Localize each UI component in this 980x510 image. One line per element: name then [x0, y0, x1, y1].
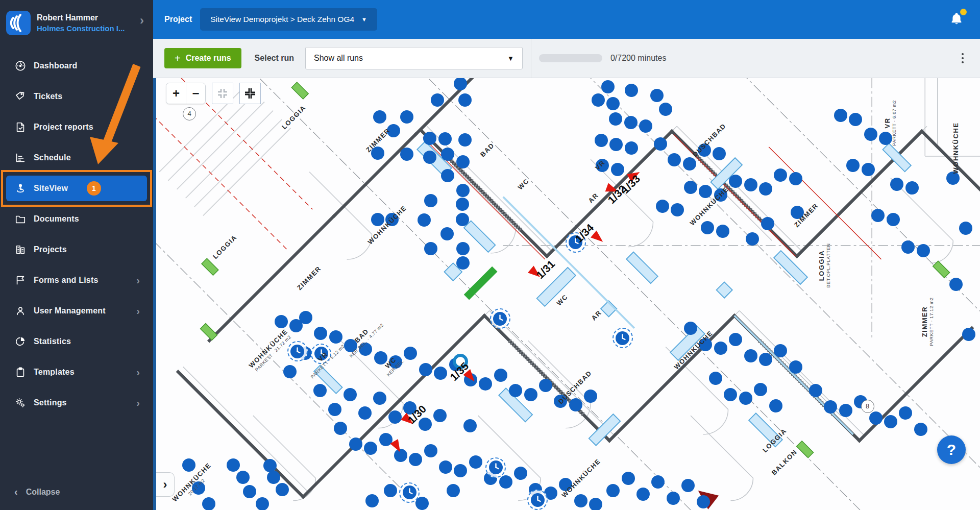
- runs-filter-select[interactable]: Show all runs ▼: [305, 47, 523, 69]
- capture-point-marker[interactable]: [494, 369, 507, 382]
- capture-point-marker[interactable]: [654, 137, 667, 151]
- capture-point-marker[interactable]: [275, 315, 288, 328]
- capture-point-marker[interactable]: [456, 256, 470, 270]
- capture-point-marker[interactable]: [884, 415, 897, 428]
- sidebar-item-user-management[interactable]: User Management›: [6, 298, 147, 324]
- collapse-button[interactable]: ‹ Collapse: [6, 481, 68, 503]
- capture-point-marker[interactable]: [684, 322, 697, 335]
- sidebar-item-siteview[interactable]: SiteView1: [6, 176, 147, 201]
- capture-point-marker[interactable]: [373, 110, 386, 124]
- capture-point-marker[interactable]: [754, 383, 767, 396]
- pending-capture-clock-marker[interactable]: [612, 328, 633, 348]
- capture-point-marker[interactable]: [434, 367, 447, 380]
- capture-point-marker[interactable]: [636, 488, 650, 501]
- capture-point-marker[interactable]: [959, 222, 972, 235]
- capture-point-marker[interactable]: [499, 475, 512, 489]
- capture-point-marker[interactable]: [592, 93, 605, 107]
- capture-point-marker[interactable]: [456, 155, 470, 168]
- sidebar-item-projects[interactable]: Projects: [6, 237, 147, 262]
- capture-point-marker[interactable]: [256, 497, 269, 510]
- capture-point-marker[interactable]: [681, 479, 695, 492]
- capture-point-marker[interactable]: [824, 400, 837, 414]
- sidebar-item-documents[interactable]: Documents: [6, 206, 147, 232]
- capture-point-marker[interactable]: [182, 458, 195, 472]
- capture-point-marker[interactable]: [739, 392, 752, 405]
- project-selector[interactable]: SiteView Demoprojekt > Deck Zehn OG4 ▼: [200, 8, 377, 31]
- capture-point-marker[interactable]: [267, 471, 280, 484]
- capture-point-marker[interactable]: [365, 494, 379, 507]
- pending-capture-clock-marker[interactable]: [527, 490, 548, 510]
- capture-point-marker[interactable]: [609, 138, 623, 151]
- capture-point-marker[interactable]: [962, 328, 975, 341]
- capture-point-marker[interactable]: [714, 342, 727, 355]
- capture-point-marker[interactable]: [433, 409, 447, 422]
- create-runs-button[interactable]: + Create runs: [164, 48, 241, 68]
- capture-point-marker[interactable]: [914, 423, 927, 436]
- capture-point-marker[interactable]: [716, 225, 729, 238]
- capture-point-marker[interactable]: [524, 388, 537, 401]
- capture-point-marker[interactable]: [334, 422, 347, 435]
- capture-point-marker[interactable]: [458, 93, 472, 107]
- capture-point-marker[interactable]: [656, 200, 669, 213]
- capture-point-marker[interactable]: [424, 194, 437, 207]
- capture-point-marker[interactable]: [729, 175, 742, 188]
- capture-point-marker[interactable]: [899, 406, 912, 420]
- expand-panel-button[interactable]: ›: [156, 472, 175, 497]
- capture-point-marker[interactable]: [659, 103, 672, 116]
- fit-to-screen-button[interactable]: [239, 83, 261, 104]
- capture-point-marker[interactable]: [846, 159, 860, 172]
- capture-point-marker[interactable]: [349, 438, 362, 451]
- capture-point-marker[interactable]: [584, 390, 597, 403]
- capture-point-marker[interactable]: [388, 410, 402, 424]
- capture-point-marker[interactable]: [539, 379, 552, 392]
- capture-point-marker[interactable]: [423, 132, 436, 145]
- capture-point-marker[interactable]: [458, 133, 472, 147]
- capture-point-marker[interactable]: [595, 134, 608, 147]
- capture-point-marker[interactable]: [589, 498, 602, 510]
- capture-point-marker[interactable]: [439, 460, 452, 474]
- capture-point-marker[interactable]: [601, 80, 615, 93]
- capture-point-marker[interactable]: [729, 333, 742, 346]
- capture-point-marker[interactable]: [456, 184, 470, 197]
- capture-point-marker[interactable]: [683, 157, 696, 171]
- capture-point-marker[interactable]: [384, 484, 397, 497]
- capture-point-marker[interactable]: [509, 384, 522, 397]
- capture-point-marker[interactable]: [789, 172, 802, 185]
- capture-point-marker[interactable]: [424, 242, 437, 255]
- capture-point-marker[interactable]: [625, 84, 638, 97]
- capture-point-marker[interactable]: [684, 181, 697, 194]
- capture-point-marker[interactable]: [774, 168, 787, 182]
- capture-point-marker[interactable]: [759, 353, 772, 366]
- capture-point-marker[interactable]: [344, 388, 357, 401]
- zoom-in-button[interactable]: +: [166, 83, 186, 104]
- capture-point-marker[interactable]: [418, 213, 431, 227]
- toolbar-menu-button[interactable]: [959, 50, 967, 66]
- capture-point-marker[interactable]: [744, 349, 757, 362]
- capture-point-marker[interactable]: [668, 153, 681, 166]
- capture-point-marker[interactable]: [243, 485, 256, 498]
- capture-point-marker[interactable]: [364, 442, 377, 455]
- capture-point-marker[interactable]: [276, 483, 289, 496]
- capture-point-marker[interactable]: [400, 148, 413, 161]
- notifications-button[interactable]: [949, 11, 965, 28]
- capture-point-marker[interactable]: [431, 93, 444, 107]
- capture-point-marker[interactable]: [701, 221, 714, 234]
- capture-point-marker[interactable]: [438, 132, 452, 145]
- capture-point-marker[interactable]: [862, 163, 875, 176]
- capture-point-marker[interactable]: [746, 232, 759, 246]
- capture-point-marker[interactable]: [424, 444, 437, 457]
- capture-point-marker[interactable]: [609, 112, 622, 126]
- capture-point-marker[interactable]: [456, 242, 470, 255]
- pending-capture-clock-marker[interactable]: [399, 482, 420, 503]
- capture-point-marker[interactable]: [606, 97, 620, 110]
- pending-capture-clock-marker[interactable]: [287, 341, 308, 361]
- sidebar-item-statistics[interactable]: Statistics: [6, 329, 147, 354]
- capture-point-marker[interactable]: [849, 113, 862, 126]
- pending-capture-clock-marker[interactable]: [490, 308, 510, 329]
- capture-point-marker[interactable]: [650, 89, 664, 102]
- capture-point-marker[interactable]: [441, 148, 454, 161]
- capture-point-marker[interactable]: [456, 198, 469, 211]
- capture-point-marker[interactable]: [709, 372, 722, 385]
- sidebar-item-forms-and-lists[interactable]: Forms and Lists›: [6, 268, 147, 293]
- capture-point-marker[interactable]: [227, 458, 240, 472]
